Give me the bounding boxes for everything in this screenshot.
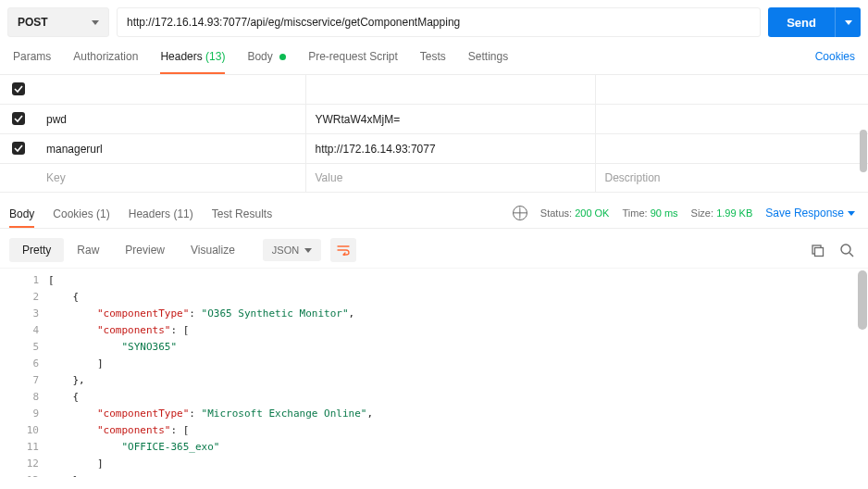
svg-line-3 <box>849 253 853 257</box>
header-desc-placeholder[interactable]: Description <box>595 164 868 193</box>
table-row-new[interactable]: Key Value Description <box>0 164 868 193</box>
resp-tab-cookies[interactable]: Cookies (1) <box>53 207 109 228</box>
headers-table: pwd YWRtaW4xMjM= managerurl http://172.1… <box>0 75 868 193</box>
status-value: 200 OK <box>575 207 609 219</box>
tab-pre-request-script[interactable]: Pre-request Script <box>308 50 398 74</box>
view-preview-button[interactable]: Preview <box>112 238 178 262</box>
tab-tests[interactable]: Tests <box>420 50 446 74</box>
code-content: [ { "componentType": "O365 Synthetic Mon… <box>48 269 868 477</box>
tab-authorization[interactable]: Authorization <box>73 50 138 74</box>
header-desc[interactable] <box>595 75 868 105</box>
resp-tab-headers[interactable]: Headers (11) <box>129 207 193 228</box>
headers-count: (13) <box>205 50 225 63</box>
size-label: Size: 1.99 KB <box>691 207 753 219</box>
view-pretty-button[interactable]: Pretty <box>9 238 64 262</box>
size-value: 1.99 KB <box>716 207 752 219</box>
body-modified-dot <box>279 54 286 60</box>
save-response-button[interactable]: Save Response <box>765 207 855 219</box>
checkbox-icon[interactable] <box>12 142 25 155</box>
table-row[interactable] <box>0 75 868 105</box>
response-body-viewer[interactable]: 1234567891011121314 [ { "componentType":… <box>0 268 868 477</box>
svg-point-2 <box>841 244 850 254</box>
scrollbar-thumb[interactable] <box>860 130 867 172</box>
header-key-placeholder[interactable]: Key <box>37 164 305 193</box>
send-dropdown-button[interactable] <box>835 7 861 37</box>
checkbox-icon[interactable] <box>12 82 25 95</box>
header-value[interactable] <box>305 75 595 105</box>
tab-headers[interactable]: Headers (13) <box>160 50 225 74</box>
header-value[interactable]: http://172.16.14.93:7077 <box>305 134 595 164</box>
copy-icon[interactable] <box>809 242 825 258</box>
wrap-icon <box>337 244 350 256</box>
header-key[interactable]: managerurl <box>37 134 305 164</box>
header-desc[interactable] <box>595 105 868 134</box>
method-select[interactable]: POST <box>7 7 109 37</box>
header-desc[interactable] <box>595 134 868 164</box>
method-value: POST <box>18 16 48 29</box>
view-visualize-button[interactable]: Visualize <box>178 238 248 262</box>
resp-headers-count: (11) <box>173 207 192 220</box>
view-raw-button[interactable]: Raw <box>64 238 112 262</box>
checkbox-icon[interactable] <box>12 112 25 125</box>
time-label: Time: 90 ms <box>622 207 677 219</box>
time-value: 90 ms <box>651 207 678 219</box>
chevron-down-icon <box>848 211 855 216</box>
resp-tab-body[interactable]: Body <box>9 207 34 228</box>
chevron-down-icon <box>92 20 99 25</box>
status-label: Status: 200 OK <box>540 207 610 219</box>
wrap-lines-button[interactable] <box>330 238 356 262</box>
search-icon[interactable] <box>838 242 855 258</box>
cookies-link[interactable]: Cookies <box>815 50 855 63</box>
tab-body[interactable]: Body <box>247 50 286 74</box>
header-key[interactable]: pwd <box>37 105 305 134</box>
chevron-down-icon <box>845 20 852 25</box>
globe-icon[interactable] <box>513 206 527 220</box>
url-input[interactable] <box>117 7 761 37</box>
tab-settings[interactable]: Settings <box>468 50 508 74</box>
code-scrollbar-thumb[interactable] <box>858 270 867 330</box>
send-button[interactable]: Send <box>768 7 835 37</box>
header-value-placeholder[interactable]: Value <box>305 164 595 193</box>
svg-rect-1 <box>815 248 824 257</box>
chevron-down-icon <box>304 248 312 253</box>
tab-params[interactable]: Params <box>13 50 51 74</box>
resp-cookies-count: (1) <box>96 207 110 220</box>
table-row[interactable]: managerurl http://172.16.14.93:7077 <box>0 134 868 164</box>
header-value[interactable]: YWRtaW4xMjM= <box>305 105 595 134</box>
header-key[interactable] <box>37 75 305 105</box>
table-row[interactable]: pwd YWRtaW4xMjM= <box>0 105 868 134</box>
line-gutter: 1234567891011121314 <box>0 269 48 477</box>
language-select[interactable]: JSON <box>263 239 321 261</box>
resp-tab-test-results[interactable]: Test Results <box>212 207 272 228</box>
